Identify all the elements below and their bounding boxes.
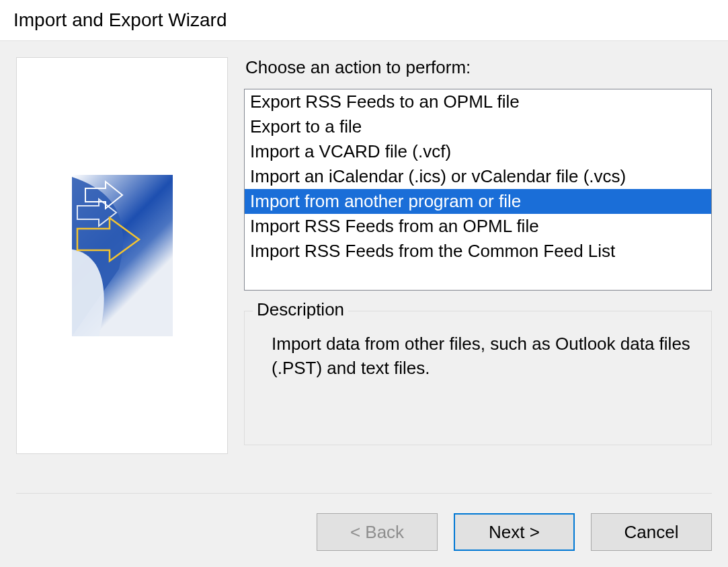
cancel-button[interactable]: Cancel (591, 513, 712, 551)
dialog-content: Choose an action to perform: Export RSS … (0, 40, 728, 493)
wizard-image-panel (16, 57, 228, 454)
next-button[interactable]: Next > (454, 513, 575, 551)
wizard-right-column: Choose an action to perform: Export RSS … (244, 57, 712, 477)
import-export-wizard-dialog: Import and Export Wizard (0, 0, 728, 567)
dialog-title: Import and Export Wizard (0, 0, 728, 40)
dialog-button-area: < Back Next > Cancel (0, 493, 728, 567)
action-list-item[interactable]: Import RSS Feeds from the Common Feed Li… (245, 239, 711, 264)
action-list-item[interactable]: Import a VCARD file (.vcf) (245, 139, 711, 164)
button-divider (16, 493, 712, 494)
description-group: Description Import data from other files… (244, 311, 712, 445)
action-list-item[interactable]: Export to a file (245, 114, 711, 139)
import-export-arrows-icon (72, 175, 173, 336)
action-prompt-label: Choose an action to perform: (244, 57, 712, 78)
action-list-item[interactable]: Export RSS Feeds to an OPML file (245, 89, 711, 114)
action-list-item[interactable]: Import RSS Feeds from an OPML file (245, 214, 711, 239)
action-list-item[interactable]: Import from another program or file (245, 189, 711, 214)
action-listbox[interactable]: Export RSS Feeds to an OPML fileExport t… (244, 89, 712, 291)
description-text: Import data from other files, such as Ou… (272, 332, 695, 381)
description-group-label: Description (253, 299, 348, 320)
action-list-item[interactable]: Import an iCalendar (.ics) or vCalendar … (245, 164, 711, 189)
back-button[interactable]: < Back (317, 513, 438, 551)
